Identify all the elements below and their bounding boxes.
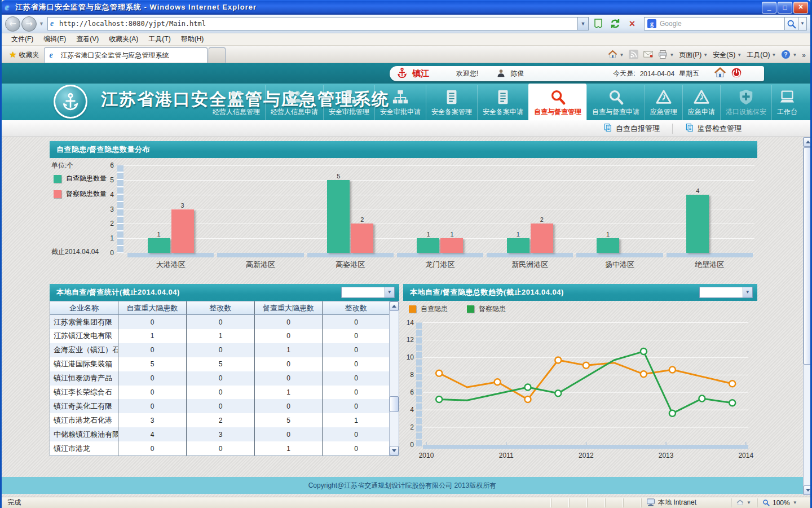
refresh-button[interactable] (608, 17, 623, 30)
nav-item-port-facility-security[interactable]: 港口设施保安 (720, 85, 771, 120)
table-scrollbar[interactable] (389, 301, 399, 456)
home-shortcut-icon[interactable] (714, 67, 726, 81)
status-bar: 完成 本地 Intranet ▼ 100% ▼ (2, 497, 810, 508)
history-dropdown-icon[interactable]: ▼ (39, 21, 44, 27)
table-row[interactable]: 镇江奇美化工有限0000 (50, 399, 399, 413)
scroll-down-button[interactable] (804, 485, 810, 495)
value-cell: 0 (187, 315, 255, 329)
category-label: 龙门港区 (395, 260, 485, 270)
zoom-control-pane[interactable]: 100% ▼ (757, 498, 807, 507)
table-row[interactable]: 镇江李长荣综合石0010 (50, 386, 399, 400)
bar-value-label: 5 (327, 173, 350, 179)
nav-item-emergency-apply[interactable]: 应急申请 (682, 85, 720, 120)
back-button[interactable]: ← (5, 16, 20, 32)
minimize-button[interactable]: _ (762, 2, 776, 14)
favorites-button[interactable]: ★ 收藏夹 (4, 48, 44, 62)
logout-power-icon[interactable] (731, 67, 742, 80)
stats-filter-select[interactable]: ▼ (341, 287, 395, 298)
browser-tab[interactable]: e 江苏省港口安全监管与应急管理系统 (44, 47, 208, 63)
nav-item-safety-approval-mgmt[interactable]: 安全审批管理 (323, 85, 374, 120)
category-label: 新民洲港区 (485, 260, 575, 270)
table-row[interactable]: 江苏索普集团有限0000 (50, 315, 399, 329)
address-input[interactable]: e http://localhost:8080/yjpt/Main.html (47, 17, 578, 30)
x-axis-platform (487, 253, 573, 257)
table-scrollbar-thumb[interactable] (390, 396, 399, 412)
document-icon (495, 89, 511, 106)
close-button[interactable]: × (793, 2, 808, 14)
menu-item-4[interactable]: 工具(T) (143, 34, 175, 44)
trend-filter-select[interactable]: ▼ (699, 287, 753, 298)
table-row[interactable]: 中储粮镇江粮油有限4300 (50, 427, 399, 441)
subnav-item-label: 自查自报管理 (616, 124, 660, 134)
bar-self-inspection (417, 238, 439, 253)
table-row[interactable]: 镇江港国际集装箱5500 (50, 357, 399, 371)
zone-label: 本地 Intranet (658, 498, 696, 507)
user-name: 陈俊 (510, 69, 524, 78)
bar-category-cell: 龙门港区11 (395, 158, 485, 271)
forward-button[interactable]: → (21, 16, 37, 32)
tools-menu-button[interactable]: 工具(O)▼ (747, 50, 776, 60)
value-cell: 0 (118, 371, 187, 386)
safety-menu-button[interactable]: 安全(S)▼ (713, 50, 742, 60)
scrollbar-thumb[interactable] (804, 147, 810, 365)
page-favicon-icon: e (50, 19, 59, 29)
scroll-up-button[interactable] (804, 137, 810, 147)
read-mail-button[interactable] (643, 50, 653, 61)
table-row[interactable]: 镇江市港龙0010 (50, 441, 399, 456)
nav-item-operator-info-mgmt[interactable]: 经营人信息管理 (208, 85, 265, 120)
menu-item-2[interactable]: 查看(V) (71, 34, 104, 44)
search-button[interactable] (785, 17, 798, 30)
print-button[interactable]: ▼ (658, 50, 674, 61)
value-cell: 0 (187, 441, 255, 456)
search-box[interactable]: g Google (644, 17, 785, 30)
nav-item-safety-approval-apply[interactable]: 安全审批申请 (374, 85, 426, 120)
table-scroll-down-button[interactable] (390, 446, 399, 456)
report-doc-icon (685, 123, 694, 134)
page-scrollbar[interactable] (803, 137, 810, 495)
page-menu-button[interactable]: 页面(P)▼ (679, 50, 708, 60)
nav-item-safety-record-apply[interactable]: 安全备案申请 (477, 85, 528, 120)
bar-value-label: 1 (148, 231, 170, 238)
command-label: 工具(O) (747, 50, 770, 60)
bar-supervision (351, 224, 373, 253)
nav-item-safety-record-mgmt[interactable]: 安全备案管理 (426, 85, 477, 120)
stop-button[interactable]: × (625, 17, 639, 30)
table-scroll-up-button[interactable] (390, 301, 399, 311)
menu-item-5[interactable]: 帮助(H) (176, 34, 209, 44)
table-row[interactable]: 江苏镇江发电有限1100 (50, 329, 399, 343)
x-axis-platform (397, 253, 483, 257)
menu-item-1[interactable]: 编辑(E) (38, 34, 71, 44)
menu-item-3[interactable]: 收藏夹(A) (104, 34, 143, 44)
nav-item-emergency-mgmt[interactable]: 应急管理 (645, 85, 682, 120)
table-row[interactable]: 镇江市港龙石化港3251 (50, 413, 399, 427)
new-tab-stub[interactable] (209, 47, 226, 63)
subnav-item-self-report-mgmt[interactable]: 自查自报管理 (591, 124, 672, 134)
maximize-button[interactable]: □ (778, 2, 792, 14)
menu-item-0[interactable]: 文件(F) (6, 34, 38, 44)
nav-item-workbench[interactable]: 工作台 (771, 85, 802, 120)
home-button[interactable]: ▼ (608, 50, 624, 61)
search-dropdown-button[interactable]: ▼ (798, 17, 807, 30)
nav-item-self-inspection-supervision-mgmt[interactable]: 自查与督查管理 (528, 84, 586, 120)
bar-value-label: 2 (351, 216, 373, 223)
value-cell: 0 (118, 315, 187, 329)
subnav-item-supervision-check-mgmt[interactable]: 监督检查管理 (672, 124, 754, 134)
compatibility-view-button[interactable] (591, 17, 606, 30)
nav-item-operator-info-apply[interactable]: 经营人信息申请 (265, 85, 323, 120)
bar-chart: 单位:个 自查隐患数量督察隐患数量 截止2014.04.04 大港港区13高新港… (50, 158, 757, 271)
svg-text:2010: 2010 (419, 452, 434, 459)
table-row[interactable]: 金海宏业（镇江）石0010 (50, 343, 399, 357)
nav-item-self-inspection-supervision-apply[interactable]: 自查与督查申请 (586, 85, 645, 120)
feeds-button[interactable] (629, 50, 638, 61)
protected-mode-pane[interactable]: ▼ (731, 498, 757, 507)
value-cell: 0 (323, 371, 390, 386)
home-icon (608, 50, 617, 61)
help-button[interactable]: ?▼ (781, 50, 797, 61)
address-dropdown-button[interactable]: ▼ (578, 17, 589, 30)
bar-chart-y-axis (117, 165, 123, 253)
value-cell: 0 (187, 343, 255, 357)
toolbar-overflow-button[interactable]: » (802, 51, 806, 59)
value-cell: 1 (187, 329, 255, 343)
table-row[interactable]: 镇江恒泰沥青产品0000 (50, 371, 399, 386)
value-cell: 5 (187, 357, 255, 371)
